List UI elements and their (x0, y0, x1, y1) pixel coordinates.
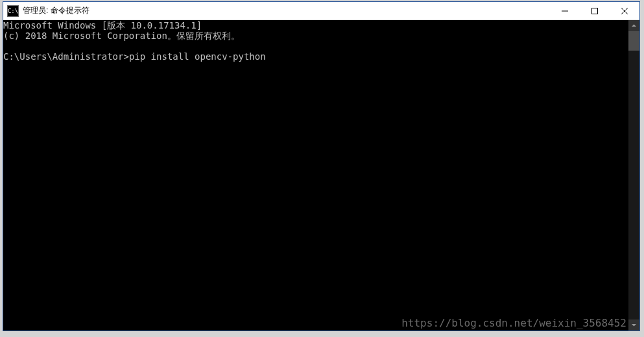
scroll-up-button[interactable] (628, 20, 639, 31)
console-line: (c) 2018 Microsoft Corporation。保留所有权利。 (3, 31, 628, 41)
cmd-icon: C:\ (7, 5, 19, 17)
maximize-button[interactable] (580, 2, 610, 20)
minimize-icon (562, 8, 568, 14)
command-prompt-window: C:\ 管理员: 命令提示符 Microsoft Windows [版本 10.… (3, 1, 640, 331)
console-output[interactable]: Microsoft Windows [版本 10.0.17134.1](c) 2… (3, 20, 628, 331)
chevron-up-icon (632, 23, 636, 28)
console-area: Microsoft Windows [版本 10.0.17134.1](c) 2… (3, 20, 639, 331)
vertical-scrollbar[interactable] (628, 20, 639, 331)
cmd-icon-text: C:\ (8, 8, 18, 14)
console-blank-line (3, 41, 628, 51)
window-title: 管理员: 命令提示符 (23, 5, 550, 16)
close-button[interactable] (610, 2, 639, 20)
scroll-down-button[interactable] (628, 319, 639, 331)
maximize-icon (591, 8, 598, 14)
chevron-down-icon (632, 323, 636, 327)
window-controls (550, 2, 639, 19)
console-prompt: C:\Users\Administrator> (3, 51, 129, 62)
scrollbar-track[interactable] (628, 31, 639, 319)
minimize-button[interactable] (550, 2, 580, 20)
titlebar[interactable]: C:\ 管理员: 命令提示符 (3, 2, 639, 20)
close-icon (621, 8, 628, 14)
svg-rect-1 (592, 8, 598, 14)
console-command: pip install opencv-python (129, 51, 266, 62)
console-line: Microsoft Windows [版本 10.0.17134.1] (3, 20, 628, 31)
scrollbar-thumb[interactable] (628, 31, 639, 51)
console-prompt-line: C:\Users\Administrator>pip install openc… (3, 51, 628, 62)
